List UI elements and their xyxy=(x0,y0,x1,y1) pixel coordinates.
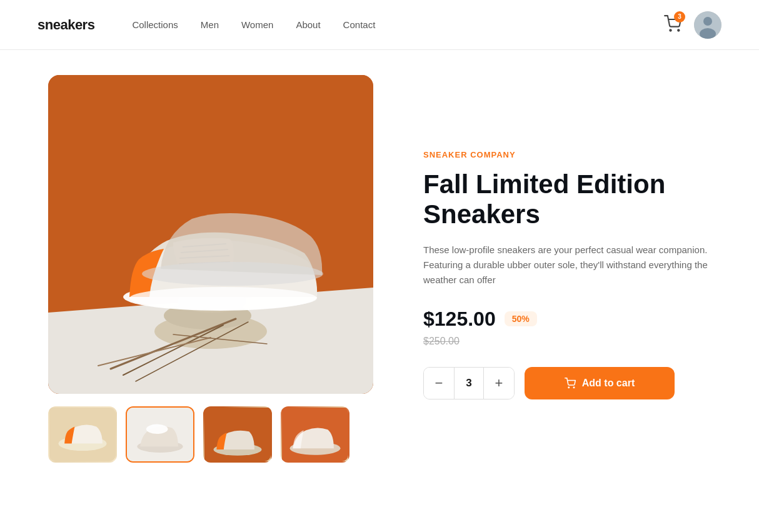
brand-label: SNEAKER COMPANY xyxy=(423,150,711,159)
avatar-image xyxy=(694,11,721,39)
product-images xyxy=(48,75,373,463)
navbar: sneakers Collections Men Women About Con… xyxy=(0,0,759,50)
svg-point-0 xyxy=(670,29,671,31)
svg-point-32 xyxy=(573,387,575,388)
thumbnail-3[interactable] xyxy=(203,406,272,463)
main-product-image xyxy=(48,75,373,394)
cart-icon-btn xyxy=(565,378,576,389)
product-info: SNEAKER COMPANY Fall Limited Edition Sne… xyxy=(423,75,711,399)
cart-badge: 3 xyxy=(674,11,685,23)
quantity-control: − 3 + xyxy=(423,367,515,399)
product-description: These low-profile sneakers are your perf… xyxy=(423,243,711,288)
discount-badge: 50% xyxy=(505,311,537,326)
price-current: $125.00 xyxy=(423,308,496,331)
nav-link-collections[interactable]: Collections xyxy=(132,19,178,30)
svg-point-1 xyxy=(678,29,679,31)
nav-link-men[interactable]: Men xyxy=(201,19,219,30)
svg-point-26 xyxy=(146,424,168,434)
quantity-value: 3 xyxy=(454,367,484,399)
main-content: SNEAKER COMPANY Fall Limited Edition Sne… xyxy=(23,50,736,500)
thumbnail-list xyxy=(48,406,373,463)
nav-links: Collections Men Women About Contact xyxy=(132,19,664,30)
nav-link-women[interactable]: Women xyxy=(241,19,273,30)
price-original: $250.00 xyxy=(423,336,711,347)
svg-point-31 xyxy=(568,387,570,388)
product-title: Fall Limited Edition Sneakers xyxy=(423,169,711,230)
svg-point-20 xyxy=(142,262,323,286)
cart-button[interactable]: 3 xyxy=(664,15,681,35)
nav-link-contact[interactable]: Contact xyxy=(343,19,376,30)
thumbnail-4[interactable] xyxy=(281,406,349,463)
add-to-cart-button[interactable]: Add to cart xyxy=(525,367,675,399)
thumbnail-2[interactable] xyxy=(126,406,194,463)
site-logo[interactable]: sneakers xyxy=(38,17,94,33)
thumbnail-1[interactable] xyxy=(48,406,117,463)
product-image-art xyxy=(48,75,373,394)
svg-point-3 xyxy=(703,17,712,26)
svg-point-21 xyxy=(129,287,317,309)
nav-right: 3 xyxy=(664,11,721,39)
pricing-row: $125.00 50% xyxy=(423,308,711,331)
quantity-increase-button[interactable]: + xyxy=(484,367,514,399)
user-avatar[interactable] xyxy=(694,11,721,39)
quantity-cart-row: − 3 + Add to cart xyxy=(423,367,711,399)
nav-link-about[interactable]: About xyxy=(296,19,320,30)
quantity-decrease-button[interactable]: − xyxy=(424,367,454,399)
add-to-cart-label: Add to cart xyxy=(582,378,635,389)
product-layout: SNEAKER COMPANY Fall Limited Edition Sne… xyxy=(48,75,711,463)
